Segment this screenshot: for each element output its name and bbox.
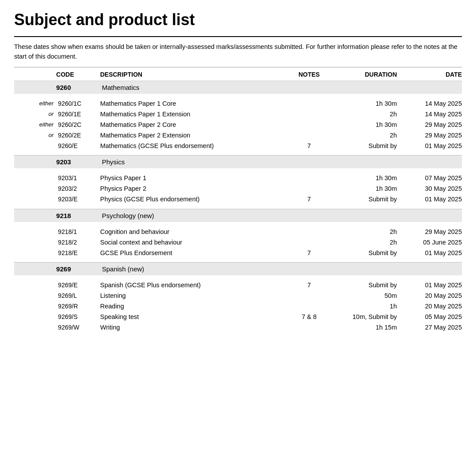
row-code: 9269/L xyxy=(56,290,99,301)
table-row: or 9260/1E Mathematics Paper 1 Extension… xyxy=(14,109,462,119)
row-spacer xyxy=(14,275,462,280)
row-description: GCSE Plus Endorsement xyxy=(98,248,288,258)
row-date: 29 May 2025 xyxy=(399,226,462,237)
row-code: 9260/2C xyxy=(56,119,99,130)
row-description: Physics Paper 1 xyxy=(98,173,288,183)
row-code: 9203/1 xyxy=(56,173,99,183)
row-description: Mathematics Paper 1 Core xyxy=(98,98,288,109)
section-header-9269: 9269 Spanish (new) xyxy=(14,263,462,276)
row-prefix: or xyxy=(14,109,56,119)
row-spacer xyxy=(14,222,462,226)
row-notes xyxy=(288,301,331,311)
section-name: Mathematics xyxy=(98,81,462,94)
th-notes: NOTES xyxy=(288,67,331,81)
row-date: 20 May 2025 xyxy=(399,290,462,301)
subject-table: CODE DESCRIPTION NOTES DURATION DATE 926… xyxy=(14,67,462,337)
row-code: 9260/E xyxy=(56,141,99,151)
row-code: 9260/1C xyxy=(56,98,99,109)
row-prefix xyxy=(14,290,56,301)
row-notes xyxy=(288,183,331,194)
row-duration: Submit by xyxy=(330,280,398,290)
section-header-9203: 9203 Physics xyxy=(14,156,462,169)
row-duration: Submit by xyxy=(330,194,398,204)
row-date: 05 May 2025 xyxy=(399,311,462,322)
table-row: 9203/1 Physics Paper 1 1h 30m 07 May 202… xyxy=(14,173,462,183)
row-date: 29 May 2025 xyxy=(399,119,462,130)
intro-text: These dates show when exams should be ta… xyxy=(14,42,462,62)
row-prefix xyxy=(14,183,56,194)
row-date: 14 May 2025 xyxy=(399,109,462,119)
row-date: 07 May 2025 xyxy=(399,173,462,183)
table-row: 9218/2 Social context and behaviour 2h 0… xyxy=(14,237,462,248)
row-date: 20 May 2025 xyxy=(399,301,462,311)
row-description: Mathematics (GCSE Plus endorsement) xyxy=(98,141,288,151)
row-prefix: or xyxy=(14,130,56,141)
row-spacer xyxy=(14,168,462,173)
row-notes xyxy=(288,119,331,130)
row-prefix: either xyxy=(14,119,56,130)
row-prefix xyxy=(14,248,56,258)
table-row: 9218/E GCSE Plus Endorsement 7 Submit by… xyxy=(14,248,462,258)
row-duration: 1h 15m xyxy=(330,322,398,333)
row-duration: 1h 30m xyxy=(330,173,398,183)
section-number: 9203 xyxy=(56,156,99,169)
row-notes xyxy=(288,290,331,301)
top-divider xyxy=(14,36,462,37)
row-prefix xyxy=(14,194,56,204)
section-spacer-cell xyxy=(14,156,56,169)
row-duration: 1h 30m xyxy=(330,98,398,109)
row-description: Reading xyxy=(98,301,288,311)
row-notes xyxy=(288,98,331,109)
section-number: 9218 xyxy=(56,209,99,222)
row-date: 01 May 2025 xyxy=(399,248,462,258)
row-prefix xyxy=(14,173,56,183)
row-notes xyxy=(288,109,331,119)
row-code: 9269/R xyxy=(56,301,99,311)
row-prefix xyxy=(14,322,56,333)
section-spacer-cell xyxy=(14,209,56,222)
row-date: 01 May 2025 xyxy=(399,194,462,204)
section-spacer-cell xyxy=(14,81,56,94)
row-description: Cognition and behaviour xyxy=(98,226,288,237)
row-spacer xyxy=(14,151,462,156)
row-description: Physics Paper 2 xyxy=(98,183,288,194)
row-notes: 7 & 8 xyxy=(288,311,331,322)
row-duration: 2h xyxy=(330,226,398,237)
row-spacer xyxy=(14,94,462,98)
table-row: 9269/R Reading 1h 20 May 2025 xyxy=(14,301,462,311)
row-duration: 2h xyxy=(330,109,398,119)
row-code: 9203/E xyxy=(56,194,99,204)
row-description: Writing xyxy=(98,322,288,333)
table-row: 9269/L Listening 50m 20 May 2025 xyxy=(14,290,462,301)
row-prefix xyxy=(14,301,56,311)
row-description: Speaking test xyxy=(98,311,288,322)
row-notes: 7 xyxy=(288,280,331,290)
row-notes xyxy=(288,322,331,333)
row-notes xyxy=(288,173,331,183)
row-spacer xyxy=(14,333,462,337)
table-row: either 9260/2C Mathematics Paper 2 Core … xyxy=(14,119,462,130)
row-code: 9260/2E xyxy=(56,130,99,141)
row-date: 01 May 2025 xyxy=(399,280,462,290)
row-duration: 2h xyxy=(330,237,398,248)
section-header-9218: 9218 Psychology (new) xyxy=(14,209,462,222)
row-description: Listening xyxy=(98,290,288,301)
row-spacer xyxy=(14,258,462,263)
row-notes: 7 xyxy=(288,141,331,151)
row-code: 9218/2 xyxy=(56,237,99,248)
row-description: Physics (GCSE Plus endorsement) xyxy=(98,194,288,204)
table-header-row: CODE DESCRIPTION NOTES DURATION DATE xyxy=(14,67,462,81)
row-notes xyxy=(288,226,331,237)
row-duration: 1h xyxy=(330,301,398,311)
row-code: 9218/1 xyxy=(56,226,99,237)
row-date: 29 May 2025 xyxy=(399,130,462,141)
row-code: 9260/1E xyxy=(56,109,99,119)
table-row: 9203/E Physics (GCSE Plus endorsement) 7… xyxy=(14,194,462,204)
table-row: 9269/E Spanish (GCSE Plus endorsement) 7… xyxy=(14,280,462,290)
row-prefix xyxy=(14,141,56,151)
row-code: 9269/E xyxy=(56,280,99,290)
table-row: either 9260/1C Mathematics Paper 1 Core … xyxy=(14,98,462,109)
row-code: 9218/E xyxy=(56,248,99,258)
section-spacer-cell xyxy=(14,263,56,276)
th-description: DESCRIPTION xyxy=(98,67,288,81)
